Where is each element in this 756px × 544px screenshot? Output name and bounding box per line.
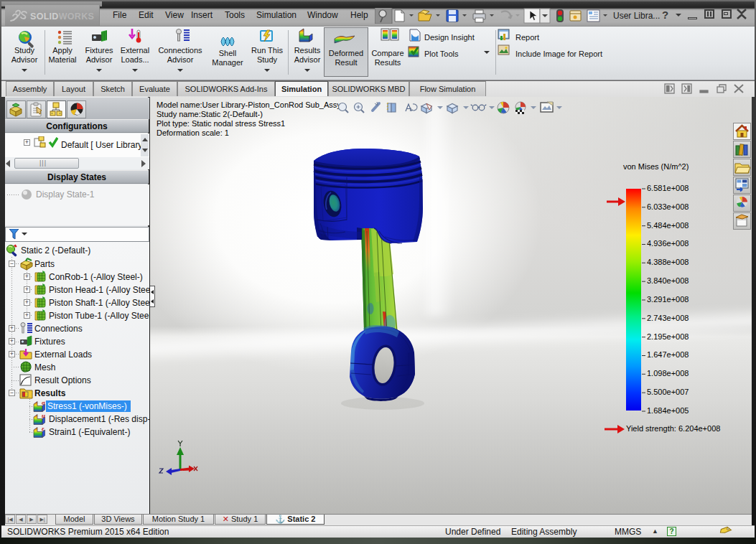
svg-text:u: u <box>42 412 45 419</box>
svg-text:ε: ε <box>42 425 45 432</box>
svg-text:SOLIDWORKS: SOLIDWORKS <box>30 11 94 22</box>
